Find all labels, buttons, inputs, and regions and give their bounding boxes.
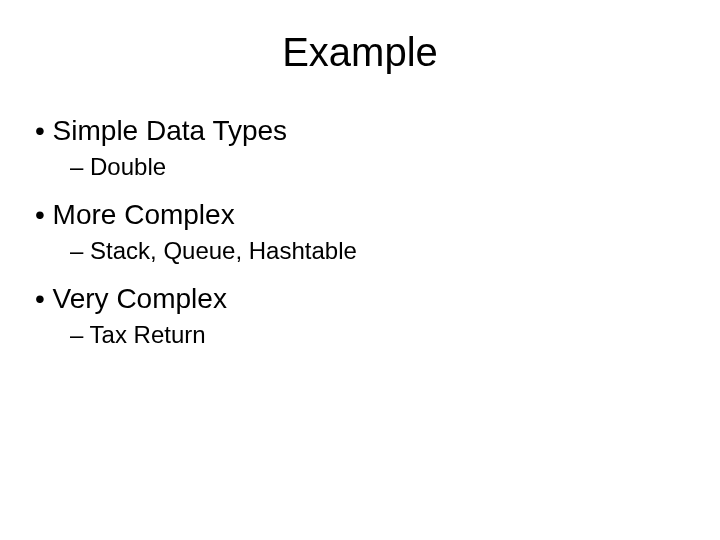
list-subitem: Tax Return bbox=[30, 321, 690, 349]
list-subitem: Double bbox=[30, 153, 690, 181]
list-item: More Complex bbox=[30, 199, 690, 231]
slide-title: Example bbox=[30, 30, 690, 75]
list-item: Simple Data Types bbox=[30, 115, 690, 147]
list-item: Very Complex bbox=[30, 283, 690, 315]
list-subitem: Stack, Queue, Hashtable bbox=[30, 237, 690, 265]
bullet-list: Simple Data Types Double More Complex St… bbox=[30, 115, 690, 349]
